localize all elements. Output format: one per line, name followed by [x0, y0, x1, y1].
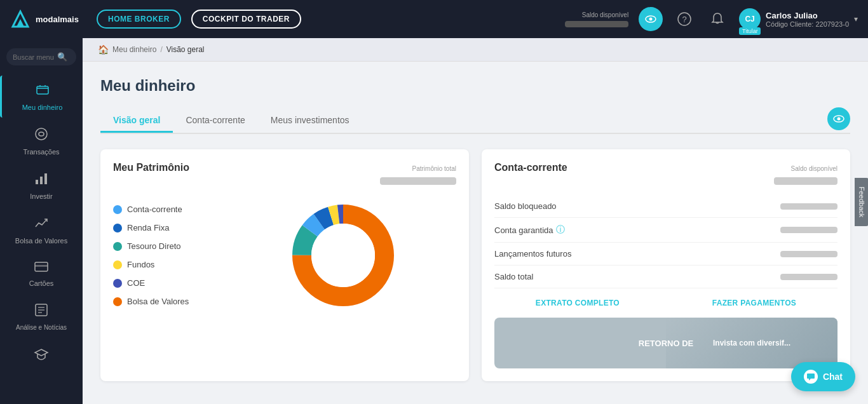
patrimonio-body: Conta-corrente Renda Fixa Tesouro Direto [113, 195, 456, 316]
home-broker-button[interactable]: HOME BROKER [97, 10, 181, 29]
legend-dot-coe [113, 279, 122, 288]
saldo-disponivel-label: Saldo disponível [582, 11, 628, 18]
legend-item-coe: COE [113, 278, 215, 288]
conta-garantida-value-bar [780, 227, 837, 233]
tab-visao-geral[interactable]: Visão geral [100, 109, 173, 131]
logo-text: modalmais [36, 15, 79, 24]
sidebar-item-analise-noticias[interactable]: Análise e Notícias [0, 296, 83, 338]
legend-item-renda-fixa: Renda Fixa [113, 223, 215, 232]
chat-label: Chat [823, 372, 843, 382]
legend-dot-bolsa [113, 297, 122, 306]
svg-point-3 [649, 18, 653, 21]
promo-text: RETORNO DE [639, 339, 693, 348]
legend-item-tesouro-direto: Tesouro Direto [113, 241, 215, 251]
page-title: Meu dinheiro [100, 77, 850, 95]
sidebar-item-meu-dinheiro[interactable]: Meu dinheiro [0, 76, 83, 118]
patrimonio-total-block: Patrimônio total [380, 162, 456, 185]
breadcrumb-current: Visão geral [166, 45, 205, 54]
sidebar-item-transacoes[interactable]: Transações [0, 120, 83, 162]
titular-badge: Titular [739, 27, 761, 35]
legend-dot-fundos [113, 260, 122, 269]
page-content: Meu dinheiro Visão geral Conta-corrente … [83, 62, 868, 396]
cockpit-do-trader-button[interactable]: COCKPIT DO TRADER [191, 10, 301, 29]
feedback-tab[interactable]: Feedback [855, 178, 868, 226]
logo-icon [10, 9, 31, 29]
svg-point-25 [311, 224, 375, 287]
legend-item-conta-corrente: Conta-corrente [113, 205, 215, 214]
cards-row: Meu Patrimônio Patrimônio total Conta-co… [100, 149, 850, 381]
transacoes-icon [34, 126, 49, 145]
patrimonio-card-title: Meu Patrimônio [113, 162, 189, 173]
extrato-completo-button[interactable]: EXTRATO COMPLETO [536, 299, 620, 307]
svg-text:?: ? [682, 15, 686, 24]
notification-button[interactable] [706, 8, 729, 30]
cc-row-saldo-total: Saldo total [494, 266, 837, 288]
chat-button[interactable]: Chat [791, 362, 855, 391]
search-box[interactable]: 🔍 [6, 48, 76, 65]
sidebar-item-label-bolsa-valores: Bolsa de Valores [15, 237, 67, 245]
sidebar-item-investir[interactable]: Investir [0, 165, 83, 206]
saldo-bloqueado-value-bar [780, 203, 837, 210]
lancamentos-futuros-value-bar [780, 251, 837, 257]
sidebar-item-bolsa-valores[interactable]: Bolsa de Valores [0, 209, 83, 252]
sidebar-item-label-cartoes: Cartões [29, 279, 54, 287]
bolsa-icon [34, 215, 49, 234]
fazer-pagamentos-button[interactable]: FAZER PAGAMENTOS [712, 299, 796, 307]
educacao-icon [34, 347, 49, 366]
help-button[interactable]: ? [673, 8, 696, 30]
donut-chart [283, 195, 403, 316]
sidebar-item-educacao[interactable] [0, 340, 83, 372]
tab-conta-corrente[interactable]: Conta-corrente [173, 109, 257, 131]
user-menu-chevron-icon[interactable]: ▾ [854, 15, 858, 24]
chat-icon [806, 372, 815, 381]
eye-tab-icon [833, 115, 844, 123]
sidebar: 🔍 Meu dinheiro Transações [0, 38, 83, 404]
conta-corrente-card: Conta-corrente Saldo disponível Saldo bl… [482, 149, 850, 381]
breadcrumb-parent: Meu dinheiro [112, 45, 156, 54]
logo-area: modalmais [10, 9, 86, 29]
sidebar-item-cartoes[interactable]: Cartões [0, 254, 83, 293]
user-area: CJ Titular Carlos Juliao Código Cliente:… [739, 8, 858, 30]
avatar: CJ [739, 8, 761, 30]
topnav: modalmais HOME BROKER COCKPIT DO TRADER … [0, 0, 868, 38]
breadcrumb: 🏠 Meu dinheiro / Visão geral [83, 38, 868, 62]
saldo-bar [565, 21, 628, 27]
legend-dot-conta-corrente [113, 205, 122, 214]
cc-row-saldo-bloqueado: Saldo bloqueado [494, 195, 837, 218]
search-input[interactable] [13, 53, 57, 61]
svg-rect-10 [44, 173, 47, 184]
conta-corrente-card-title: Conta-corrente [494, 162, 567, 173]
chat-bubble-icon [804, 370, 818, 384]
svg-point-18 [837, 118, 841, 121]
tabs-bar: Visão geral Conta-corrente Meus investim… [100, 107, 850, 134]
patrimonio-total-label: Patrimônio total [412, 165, 456, 172]
cc-row-conta-garantida: Conta garantida ⓘ [494, 218, 837, 243]
money-icon [35, 82, 50, 101]
legend-item-fundos: Fundos [113, 260, 215, 269]
search-icon: 🔍 [57, 52, 67, 62]
eye-tab-button[interactable] [827, 107, 850, 130]
patrimonio-card-header: Meu Patrimônio Patrimônio total [113, 162, 456, 185]
user-name: Carlos Juliao [766, 11, 849, 20]
question-icon: ? [677, 12, 691, 26]
user-avatar-wrap: CJ Titular [739, 8, 761, 30]
legend-list: Conta-corrente Renda Fixa Tesouro Direto [113, 205, 215, 306]
main-content: 🏠 Meu dinheiro / Visão geral Meu dinheir… [83, 38, 868, 404]
svg-marker-1 [17, 19, 24, 27]
sidebar-item-label-transacoes: Transações [23, 148, 59, 156]
tab-meus-investimentos[interactable]: Meus investimentos [258, 109, 362, 131]
cc-row-lancamentos-futuros: Lançamentos futuros [494, 243, 837, 266]
bell-icon [711, 12, 724, 26]
sidebar-item-label-meu-dinheiro: Meu dinheiro [22, 104, 63, 111]
patrimonio-total-value-bar [380, 177, 456, 185]
eye-toggle-button[interactable] [639, 7, 663, 31]
investir-icon [34, 171, 49, 190]
breadcrumb-separator: / [160, 45, 162, 54]
saldo-disponivel-block-card: Saldo disponível [774, 162, 837, 185]
saldo-disponivel-value-bar [774, 177, 837, 185]
sidebar-item-label-analise-noticias: Análise e Notícias [16, 324, 67, 332]
svg-rect-12 [35, 265, 48, 267]
svg-point-7 [36, 128, 47, 140]
donut-chart-wrap [230, 195, 456, 316]
conta-garantida-info-icon[interactable]: ⓘ [556, 224, 565, 236]
